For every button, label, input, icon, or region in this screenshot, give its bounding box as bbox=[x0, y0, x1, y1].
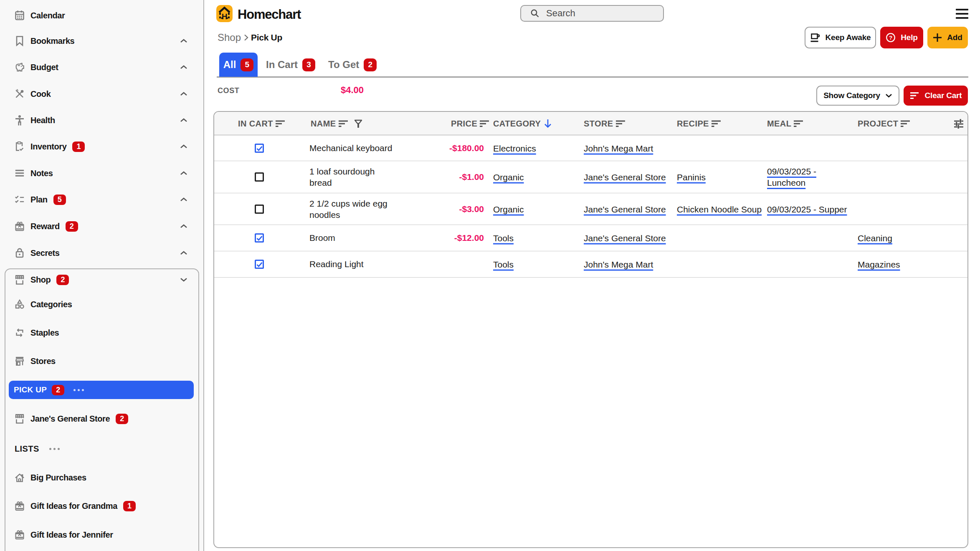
svg-text:H: H bbox=[222, 12, 228, 21]
svg-text:?: ? bbox=[889, 35, 892, 41]
